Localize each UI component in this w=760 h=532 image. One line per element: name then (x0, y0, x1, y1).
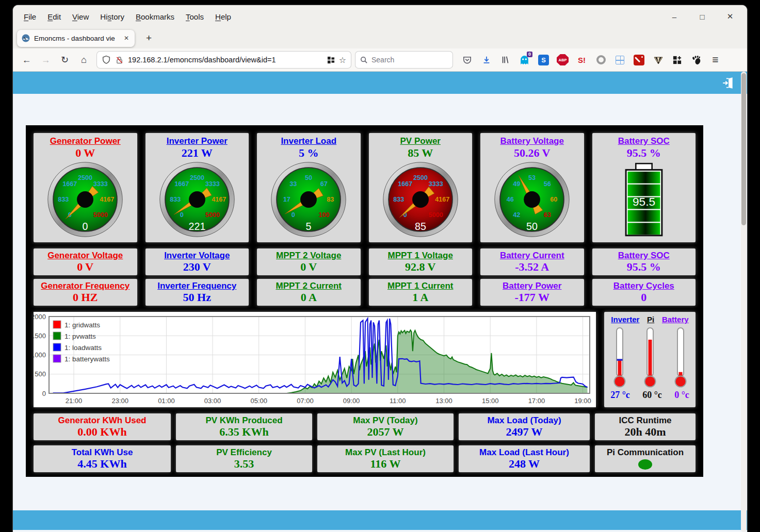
menu-view[interactable]: View (67, 10, 94, 24)
stat-value: 92.8 V (369, 261, 473, 273)
pocket-icon[interactable] (459, 52, 476, 68)
svg-text:0: 0 (42, 390, 46, 397)
svg-text:4167: 4167 (100, 196, 114, 203)
stat-panel: Max Load (Last Hour)248 W (459, 445, 590, 472)
forward-button[interactable]: → (37, 52, 54, 68)
tile-tabs-icon[interactable] (611, 52, 628, 68)
svg-text:1667: 1667 (398, 180, 412, 188)
new-tab-button[interactable]: + (142, 31, 156, 45)
gauge-panel-0: Generator Power0 W 083316672500333341675… (34, 133, 137, 242)
gnome-shell-icon[interactable] (688, 52, 705, 68)
gauge-title: Battery SOC (618, 136, 670, 146)
stat-label: MPPT 2 Voltage (257, 251, 361, 261)
power-graph[interactable]: 050010001500200021:0023:0001:0003:0005:0… (34, 312, 596, 407)
gauge-panel-3: PV Power85 W 083316672500333341675000 85 (369, 133, 473, 242)
search-bar[interactable]: Search (355, 52, 452, 68)
menu-help[interactable]: Help (209, 10, 237, 24)
menu-hamburger-icon[interactable]: ≡ (707, 52, 724, 68)
stat-label: PV KWh Produced (176, 415, 312, 426)
svg-text:5000: 5000 (429, 211, 443, 219)
stat-value: 0 A (257, 291, 361, 304)
privacy-badger-icon[interactable] (650, 52, 667, 68)
gauge-value: 221 W (182, 146, 213, 160)
maximize-button[interactable]: □ (698, 12, 707, 21)
search-placeholder: Search (371, 56, 394, 64)
wand-extension-icon[interactable] (630, 52, 648, 68)
stat-label: Generator KWh Used (34, 415, 171, 426)
tab-close-icon[interactable]: ✕ (123, 34, 130, 43)
stat-value: 2057 W (317, 426, 454, 438)
svg-text:05:00: 05:00 (250, 397, 267, 405)
tab-favicon-icon (22, 34, 30, 42)
svg-text:833: 833 (58, 196, 69, 203)
tracking-shield-icon[interactable] (102, 55, 111, 64)
gauge-value: 50.26 V (514, 146, 551, 160)
stat-label: Max PV (Today) (317, 415, 454, 426)
stat-value: 0 HZ (34, 291, 137, 304)
svg-text:0: 0 (180, 211, 183, 219)
session-sync-icon[interactable]: S (535, 52, 552, 68)
browser-tab[interactable]: Emoncms - dashboard vie ✕ (17, 30, 135, 47)
svg-text:5000: 5000 (93, 211, 108, 219)
library-icon[interactable] (497, 52, 514, 68)
thermo-label-pi: Pi (647, 315, 654, 324)
stat-panel: Max PV (Last Hour)116 W (317, 445, 454, 472)
svg-text:07:00: 07:00 (297, 397, 314, 405)
grid-add-extension-icon[interactable] (669, 52, 686, 68)
gauge-dial: 083316672500333341675000 221 (158, 161, 236, 238)
menu-edit[interactable]: Edit (42, 10, 67, 24)
stat-label: Inverter Frequency (145, 281, 249, 291)
svg-text:85: 85 (415, 221, 426, 232)
stylish-icon[interactable]: S! (573, 52, 590, 68)
stats-row-4: Generator KWh Used0.00 KWhPV KWh Produce… (34, 413, 696, 440)
stat-value: -177 W (480, 291, 584, 304)
stat-label: Generator Frequency (34, 281, 137, 291)
menu-file[interactable]: File (18, 10, 42, 24)
home-button[interactable]: ⌂ (75, 52, 92, 68)
stat-panel: Battery Cycles0 (592, 279, 696, 306)
search-icon (360, 56, 368, 64)
bookmark-star-icon[interactable]: ☆ (339, 55, 346, 65)
chart-row: 050010001500200021:0023:0001:0003:0005:0… (34, 312, 696, 407)
menu-tools[interactable]: Tools (180, 10, 209, 24)
thermometer-battery (670, 325, 691, 390)
stat-value: 230 V (145, 261, 249, 273)
svg-text:83: 83 (327, 196, 334, 203)
url-bar[interactable]: 192.168.2.1/emoncms/dashboard/view&id=1 … (97, 52, 351, 68)
reload-button[interactable]: ↻ (56, 52, 73, 68)
svg-text:50: 50 (305, 174, 312, 181)
downloads-icon[interactable] (478, 52, 495, 68)
login-icon[interactable] (721, 76, 735, 90)
url-text[interactable]: 192.168.2.1/emoncms/dashboard/view&id=1 (128, 56, 323, 64)
gauge-panel-4: Battery Voltage50.26 V 42464953566063 50 (480, 133, 584, 242)
gauge-title: Inverter Load (281, 136, 336, 146)
thermo-label-battery: Battery (662, 315, 689, 324)
ghostery-icon[interactable]: 0 (516, 52, 533, 68)
svg-text:53: 53 (528, 174, 536, 181)
insecure-lock-icon[interactable] (115, 56, 124, 64)
onetab-icon[interactable] (592, 52, 609, 68)
adblock-plus-icon[interactable]: ABP (554, 52, 571, 68)
stat-panel: Battery SOC95.5 % (592, 248, 696, 275)
svg-text:221: 221 (188, 221, 205, 232)
scrollbar-thumb[interactable] (741, 73, 746, 225)
svg-text:2500: 2500 (190, 174, 204, 181)
menu-bookmarks[interactable]: Bookmarks (130, 10, 180, 24)
close-button[interactable]: ✕ (725, 12, 735, 21)
stat-value: 0 V (257, 261, 361, 273)
stat-label: Battery Current (480, 251, 584, 261)
page-tiles-icon[interactable] (327, 56, 335, 64)
scrollbar[interactable] (741, 72, 747, 532)
stat-label: Max Load (Today) (459, 415, 590, 426)
svg-text:49: 49 (513, 180, 520, 188)
titlebar: FileEditViewHistoryBookmarksToolsHelp – … (13, 5, 747, 28)
svg-text:2500: 2500 (413, 174, 428, 181)
stat-value: 248 W (459, 458, 590, 470)
stat-panel: Total KWh Use4.45 KWh (34, 445, 171, 472)
minimize-button[interactable]: – (670, 12, 679, 21)
svg-text:1: loadwatts: 1: loadwatts (64, 344, 102, 352)
stat-panel: Pi Communication (595, 445, 696, 472)
back-button[interactable]: ← (18, 52, 35, 68)
thermometer-pi (640, 325, 660, 390)
menu-history[interactable]: History (94, 10, 130, 24)
